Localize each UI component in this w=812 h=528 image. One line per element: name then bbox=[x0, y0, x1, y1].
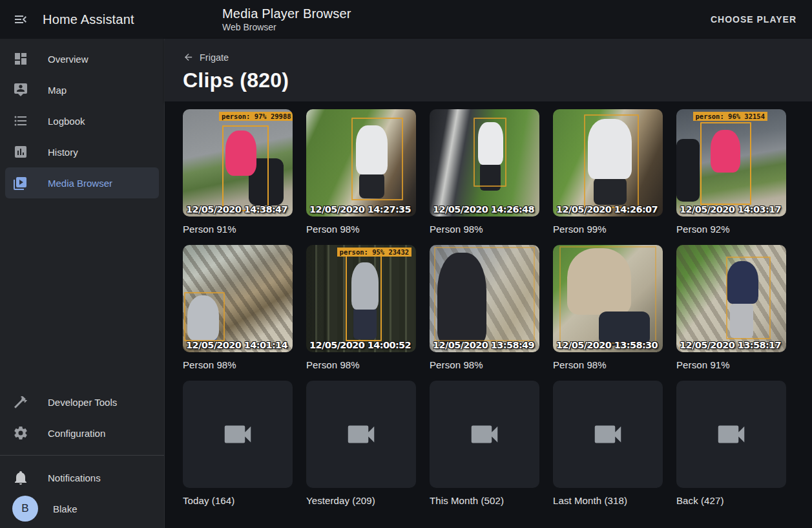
play-box-multiple-icon bbox=[13, 175, 28, 191]
view-dashboard-icon bbox=[13, 51, 28, 67]
content-header: Frigate Clips (820) bbox=[165, 39, 812, 101]
sidebar-item-map[interactable]: Map bbox=[5, 74, 159, 105]
folder-label: Back (427) bbox=[676, 495, 786, 506]
clip-card[interactable]: person: 97% 29988 12/05/2020 14:38:47 Pe… bbox=[183, 109, 293, 235]
clip-thumbnail: 12/05/2020 14:01:14 bbox=[183, 245, 293, 352]
sidebar-item-label: Notifications bbox=[48, 472, 101, 483]
folder-thumbnail bbox=[676, 381, 786, 488]
app-title: Home Assistant bbox=[43, 12, 134, 27]
sidebar-item-history[interactable]: History bbox=[5, 136, 159, 167]
detection-box bbox=[474, 118, 506, 186]
folder-card-this-month[interactable]: This Month (502) bbox=[430, 381, 539, 506]
gear-icon bbox=[13, 425, 28, 441]
sidebar-item-label: Overview bbox=[48, 54, 88, 65]
clip-thumbnail: 12/05/2020 13:58:49 bbox=[430, 245, 539, 352]
app-bar-left: Home Assistant bbox=[0, 4, 165, 35]
sidebar-item-profile[interactable]: B Blake bbox=[5, 493, 159, 524]
detection-box bbox=[351, 118, 403, 200]
detection-box bbox=[584, 114, 639, 207]
folder-thumbnail bbox=[306, 381, 416, 488]
folder-card-last-month[interactable]: Last Month (318) bbox=[553, 381, 663, 506]
clip-label: Person 91% bbox=[676, 359, 786, 370]
folder-label: Today (164) bbox=[183, 495, 293, 506]
clip-timestamp: 12/05/2020 13:58:17 bbox=[680, 340, 781, 350]
clip-label: Person 91% bbox=[183, 224, 293, 235]
clip-card[interactable]: 12/05/2020 13:58:30 Person 98% bbox=[553, 245, 663, 370]
sidebar-item-logbook[interactable]: Logbook bbox=[5, 105, 159, 136]
folder-thumbnail bbox=[183, 381, 293, 488]
clip-label: Person 98% bbox=[553, 359, 663, 370]
clip-label: Person 98% bbox=[430, 359, 539, 370]
sidebar-item-notifications[interactable]: Notifications bbox=[5, 462, 159, 493]
folder-card-today[interactable]: Today (164) bbox=[183, 381, 293, 506]
page-header: Media Player Browser Web Browser bbox=[222, 6, 351, 33]
clip-timestamp: 12/05/2020 14:26:07 bbox=[556, 204, 658, 215]
detection-box bbox=[184, 292, 225, 341]
media-browser-content: Frigate Clips (820) person: 97% 29988 12… bbox=[165, 39, 812, 528]
sidebar-item-label: Media Browser bbox=[48, 178, 112, 189]
clip-timestamp: 12/05/2020 14:27:35 bbox=[309, 204, 411, 215]
clip-card[interactable]: 12/05/2020 13:58:49 Person 98% bbox=[430, 245, 539, 370]
clip-timestamp: 12/05/2020 14:01:14 bbox=[186, 340, 287, 350]
tooltip-account-icon bbox=[13, 82, 28, 98]
clip-timestamp: 12/05/2020 13:58:30 bbox=[556, 340, 658, 350]
folder-thumbnail bbox=[553, 381, 663, 488]
sidebar-item-media-browser[interactable]: Media Browser bbox=[5, 167, 159, 198]
video-camera-icon bbox=[467, 417, 502, 452]
clip-card[interactable]: 12/05/2020 14:27:35 Person 98% bbox=[306, 109, 416, 235]
clip-timestamp: 12/05/2020 14:03:17 bbox=[680, 204, 781, 215]
page-subtitle: Web Browser bbox=[222, 21, 351, 33]
sidebar-item-overview[interactable]: Overview bbox=[5, 43, 159, 74]
sidebar-item-label: Configuration bbox=[48, 428, 105, 439]
clip-timestamp: 12/05/2020 13:58:49 bbox=[433, 340, 534, 350]
sidebar-item-label: History bbox=[48, 147, 78, 158]
clip-thumbnail: person: 95% 23432 12/05/2020 14:00:52 bbox=[306, 245, 416, 352]
video-camera-icon bbox=[714, 417, 749, 452]
clip-label: Person 98% bbox=[183, 359, 293, 370]
clip-card[interactable]: person: 95% 23432 12/05/2020 14:00:52 Pe… bbox=[306, 245, 416, 370]
clip-card[interactable]: 12/05/2020 13:58:17 Person 91% bbox=[676, 245, 786, 370]
sidebar: Overview Map Logbook History Media Brows… bbox=[0, 39, 165, 528]
sidebar-item-developer-tools[interactable]: Developer Tools bbox=[5, 386, 159, 417]
clip-card[interactable]: 12/05/2020 14:01:14 Person 98% bbox=[183, 245, 293, 370]
clip-label: Person 98% bbox=[430, 224, 539, 235]
sidebar-spacer bbox=[0, 198, 164, 386]
detection-tag: person: 96% 32154 bbox=[693, 112, 767, 121]
clip-card[interactable]: person: 96% 32154 12/05/2020 14:03:17 Pe… bbox=[676, 109, 786, 235]
sidebar-item-label: Logbook bbox=[48, 116, 85, 127]
sidebar-bottom-pad bbox=[0, 524, 164, 528]
sidebar-item-configuration[interactable]: Configuration bbox=[5, 417, 159, 449]
choose-player-button[interactable]: CHOOSE PLAYER bbox=[705, 8, 802, 31]
detection-box bbox=[434, 247, 535, 341]
list-bulleted-icon bbox=[13, 113, 28, 129]
clip-label: Person 92% bbox=[676, 224, 786, 235]
clip-timestamp: 12/05/2020 14:26:48 bbox=[433, 204, 534, 215]
video-camera-icon bbox=[344, 417, 379, 452]
clip-thumbnail: 12/05/2020 13:58:30 bbox=[553, 245, 663, 352]
video-camera-icon bbox=[590, 417, 625, 452]
sidebar-item-label: Map bbox=[48, 85, 67, 96]
clip-thumbnail: 12/05/2020 14:26:07 bbox=[553, 109, 663, 216]
clips-grid: person: 97% 29988 12/05/2020 14:38:47 Pe… bbox=[183, 109, 798, 516]
folder-label: This Month (502) bbox=[430, 495, 539, 506]
folder-card-back[interactable]: Back (427) bbox=[676, 381, 786, 506]
sidebar-item-label: Blake bbox=[53, 503, 78, 514]
clip-card[interactable]: 12/05/2020 14:26:48 Person 98% bbox=[430, 109, 539, 235]
sidebar-toggle-button[interactable] bbox=[5, 4, 36, 35]
clip-thumbnail: person: 96% 32154 12/05/2020 14:03:17 bbox=[676, 109, 786, 216]
app-shell: Overview Map Logbook History Media Brows… bbox=[0, 39, 812, 528]
page-title: Media Player Browser bbox=[222, 6, 351, 21]
folder-card-yesterday[interactable]: Yesterday (209) bbox=[306, 381, 416, 506]
bell-icon bbox=[13, 470, 28, 485]
breadcrumb-label: Frigate bbox=[200, 52, 229, 63]
clip-thumbnail: 12/05/2020 14:26:48 bbox=[430, 109, 539, 216]
clip-timestamp: 12/05/2020 14:00:52 bbox=[309, 340, 411, 350]
sidebar-divider bbox=[0, 455, 164, 456]
folder-label: Yesterday (209) bbox=[306, 495, 416, 506]
clip-label: Person 98% bbox=[306, 224, 416, 235]
detection-tag: person: 97% 29988 bbox=[219, 112, 293, 121]
breadcrumb-back-frigate[interactable]: Frigate bbox=[183, 52, 229, 63]
home-assistant-app: Home Assistant Media Player Browser Web … bbox=[0, 0, 812, 528]
clip-card[interactable]: 12/05/2020 14:26:07 Person 99% bbox=[553, 109, 663, 235]
clip-thumbnail: 12/05/2020 14:27:35 bbox=[306, 109, 416, 216]
